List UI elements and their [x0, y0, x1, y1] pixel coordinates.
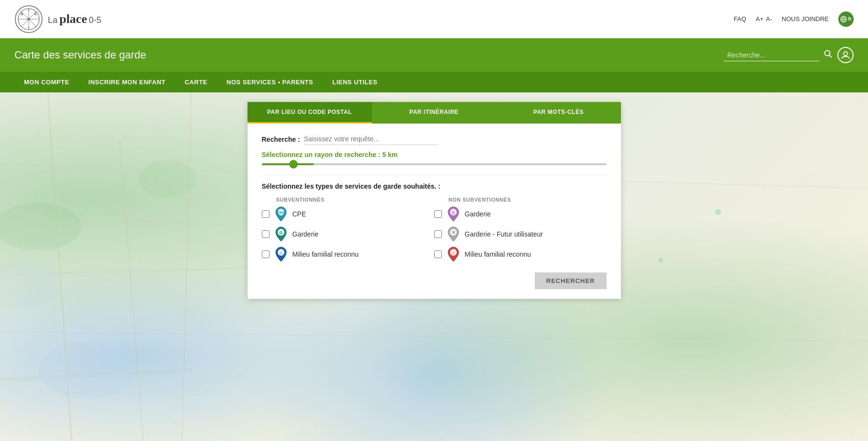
checkbox-cpe-sub: CPE CPE: [262, 207, 434, 221]
svg-text:✦: ✦: [27, 9, 30, 12]
col-subventionne: SUBVENTIONNÉS CPE CPE: [262, 197, 434, 268]
top-navigation: 0 5 ✦ ✦ La place 0-5 FAQ A+ A- NOUS JOIN…: [0, 0, 868, 38]
radius-slider-container: [262, 163, 607, 165]
radius-slider[interactable]: [262, 163, 607, 165]
svg-point-28: [139, 159, 196, 198]
svg-text:✦: ✦: [27, 26, 30, 29]
tab-lieu-code-postal[interactable]: PAR LIEU OU CODE POSTAL: [248, 102, 372, 124]
svg-line-23: [0, 332, 868, 341]
svg-point-15: [825, 50, 830, 56]
nav-services[interactable]: NOS SERVICES • PARENTS: [217, 72, 323, 92]
header-search-input[interactable]: [723, 49, 819, 61]
milieu-sub-pin-icon: ⌂: [274, 248, 288, 261]
garderie-futur-pin-icon: ✕: [447, 227, 460, 241]
garderie-futur-label: Garderie - Futur utilisateur: [465, 230, 543, 238]
checkbox-milieu-nonsub: ⌂ Milieu familial reconnu: [434, 248, 607, 261]
svg-point-31: [658, 258, 663, 262]
svg-point-29: [0, 203, 81, 250]
garderie-sub-checkbox[interactable]: [262, 230, 270, 238]
green-header: Carte des services de garde: [0, 38, 868, 72]
tab-itineraire[interactable]: PAR ITINÉRAIRE: [372, 102, 496, 124]
milieu-nonsub-pin-icon: ⌂: [447, 248, 460, 261]
user-icon: [841, 51, 850, 59]
milieu-sub-checkbox[interactable]: [262, 250, 270, 258]
garderie-nonsub-pin-svg: G: [447, 206, 460, 222]
nav-carte[interactable]: CARTE: [175, 72, 217, 92]
user-account-icon[interactable]: [837, 47, 854, 63]
font-size-controls: A+ A-: [756, 15, 772, 23]
garderie-futur-pin-svg: ✕: [447, 226, 460, 242]
header-search-bar: [723, 47, 854, 63]
col-non-subventionne-header: NON SUBVENTIONNÉS: [434, 197, 607, 203]
svg-point-17: [844, 52, 847, 56]
panel-tabs: PAR LIEU OU CODE POSTAL PAR ITINÉRAIRE P…: [248, 102, 621, 124]
col-subventionne-header: SUBVENTIONNÉS: [262, 197, 434, 203]
svg-point-32: [715, 209, 721, 215]
nav-mon-compte[interactable]: MON COMPTE: [14, 72, 79, 92]
language-selector[interactable]: fr: [838, 11, 854, 27]
tab-mots-cles[interactable]: PAR MOTS-CLÉS: [496, 102, 621, 124]
font-decrease[interactable]: A-: [766, 15, 772, 23]
garderie-sub-pin-svg: G: [275, 226, 287, 242]
search-row: Recherche :: [262, 133, 607, 145]
search-label: Recherche :: [262, 136, 300, 143]
rechercher-button[interactable]: RECHERCHER: [535, 272, 607, 289]
svg-point-8: [27, 18, 30, 21]
garderie-sub-label: Garderie: [293, 230, 318, 238]
logo-area: 0 5 ✦ ✦ La place 0-5: [14, 5, 101, 34]
svg-text:G: G: [451, 210, 455, 215]
garderie-sub-pin-icon: G: [274, 227, 288, 241]
svg-line-16: [829, 55, 832, 57]
milieu-sub-pin-svg: ⌂: [275, 247, 287, 262]
milieu-sub-label: Milieu familial reconnu: [293, 250, 359, 258]
milieu-nonsub-label: Milieu familial reconnu: [465, 250, 531, 258]
svg-line-24: [182, 92, 192, 441]
header-search-button[interactable]: [824, 50, 833, 61]
milieu-nonsub-checkbox[interactable]: [434, 250, 442, 258]
logo-text: La place 0-5: [48, 12, 101, 26]
btn-row: RECHERCHER: [262, 272, 607, 289]
garderie-futur-checkbox[interactable]: [434, 230, 442, 238]
panel-body: Recherche : Sélectionnez un rayon de rec…: [248, 124, 621, 299]
svg-text:CPE: CPE: [277, 211, 284, 215]
checkbox-garderie-nonsub: G Garderie: [434, 207, 607, 221]
font-increase[interactable]: A+: [756, 15, 764, 23]
checkbox-milieu-sub: ⌂ Milieu familial reconnu: [262, 248, 434, 261]
faq-link[interactable]: FAQ: [733, 15, 746, 23]
nous-joindre-link[interactable]: NOUS JOINDRE: [782, 15, 829, 23]
cpe-pin-svg: CPE: [275, 206, 287, 222]
checkbox-garderie-sub: G Garderie: [262, 227, 434, 241]
svg-point-26: [38, 341, 134, 399]
radius-row: Sélectionnez un rayon de recherche : 5 k…: [262, 151, 607, 165]
main-navigation: MON COMPTE INSCRIRE MON ENFANT CARTE NOS…: [0, 72, 868, 92]
garderie-nonsub-checkbox[interactable]: [434, 210, 442, 218]
radius-label: Sélectionnez un rayon de recherche : 5 k…: [262, 151, 607, 158]
cpe-sub-checkbox[interactable]: [262, 210, 270, 218]
search-input[interactable]: [304, 133, 438, 145]
garderie-nonsub-pin-icon: G: [447, 207, 460, 221]
cpe-sub-label: CPE: [293, 210, 306, 218]
search-panel: PAR LIEU OU CODE POSTAL PAR ITINÉRAIRE P…: [248, 102, 621, 299]
types-label: Sélectionnez les types de services de ga…: [262, 182, 607, 190]
logo-badge-icon: 0 5 ✦ ✦: [14, 5, 43, 34]
globe-icon: [840, 16, 847, 23]
checkboxes-grid: SUBVENTIONNÉS CPE CPE: [262, 197, 607, 268]
svg-point-27: [0, 260, 62, 308]
map-container: PAR LIEU OU CODE POSTAL PAR ITINÉRAIRE P…: [0, 92, 868, 441]
garderie-nonsub-label: Garderie: [465, 210, 491, 218]
svg-text:5: 5: [34, 11, 36, 16]
svg-text:⌂: ⌂: [280, 250, 282, 255]
search-icon: [824, 50, 833, 58]
svg-text:0: 0: [21, 11, 23, 16]
nav-liens[interactable]: LIENS UTILES: [323, 72, 387, 92]
milieu-nonsub-pin-svg: ⌂: [447, 247, 460, 262]
top-links: FAQ A+ A- NOUS JOINDRE fr: [733, 11, 854, 27]
nav-inscrire[interactable]: INSCRIRE MON ENFANT: [79, 72, 175, 92]
checkbox-garderie-futur: ✕ Garderie - Futur utilisateur: [434, 227, 607, 241]
svg-text:✕: ✕: [451, 230, 455, 235]
svg-text:G: G: [279, 230, 282, 235]
svg-text:⌂: ⌂: [452, 250, 454, 255]
page-title: Carte des services de garde: [14, 49, 146, 61]
cpe-pin-icon: CPE: [274, 207, 288, 221]
divider: [262, 175, 607, 175]
